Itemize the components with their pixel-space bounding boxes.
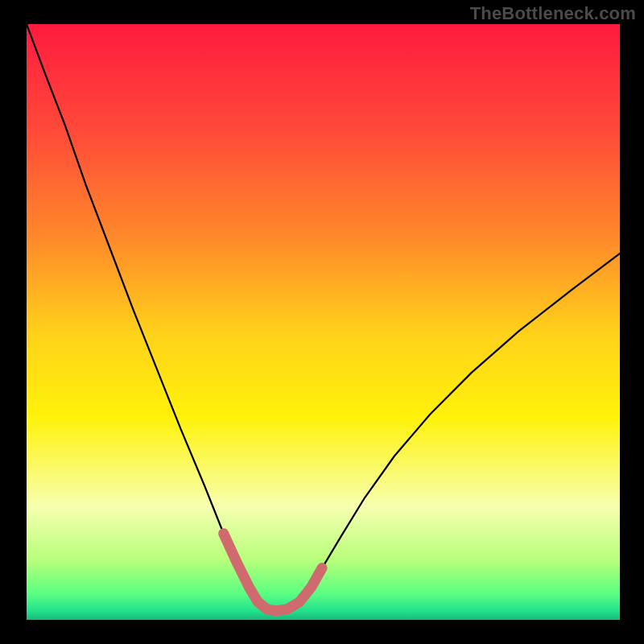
- chart-frame: TheBottleneck.com: [0, 0, 644, 644]
- watermark-text: TheBottleneck.com: [470, 3, 636, 24]
- bottleneck-chart: [0, 0, 644, 644]
